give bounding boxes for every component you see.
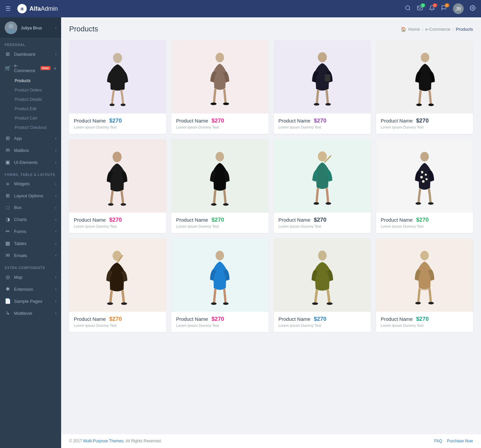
product-desc: Lorem Ipsum Dummy Text bbox=[176, 125, 264, 129]
product-image bbox=[274, 40, 371, 114]
extension-icon: ✱ bbox=[5, 286, 11, 292]
hamburger-button[interactable]: ☰ bbox=[5, 5, 11, 12]
product-desc: Lorem Ipsum Dummy Text bbox=[74, 125, 161, 129]
flag-button[interactable]: 2 bbox=[441, 5, 447, 13]
sidebar-item-layout-options[interactable]: ⊞ Layout Options › bbox=[0, 190, 61, 202]
logo-icon: α bbox=[17, 4, 27, 13]
search-button[interactable] bbox=[405, 5, 411, 13]
box-icon: □ bbox=[5, 205, 11, 210]
footer-faq-link[interactable]: FAQ bbox=[434, 439, 442, 443]
sidebar-item-product-edit[interactable]: Product Edit bbox=[0, 104, 61, 114]
svg-point-8 bbox=[121, 103, 126, 106]
product-card[interactable]: Product Name $270 Lorem Ipsum Dummy Text bbox=[376, 40, 473, 134]
sidebar-item-tables[interactable]: ▦ Tables › bbox=[0, 237, 61, 249]
products-grid: Product Name $270 Lorem Ipsum Dummy Text bbox=[69, 40, 473, 332]
svg-point-16 bbox=[421, 53, 430, 62]
product-price: $270 bbox=[211, 316, 224, 322]
product-card[interactable]: Product Name $270 Lorem Ipsum Dummy Text bbox=[376, 238, 473, 332]
user-panel[interactable]: Juliya Brus › bbox=[0, 17, 61, 38]
svg-point-14 bbox=[314, 103, 319, 106]
sidebar-item-products[interactable]: Products bbox=[0, 76, 61, 85]
sidebar-item-forms[interactable]: ✏ Forms › bbox=[0, 225, 61, 237]
product-card[interactable]: Product Name $270 Lorem Ipsum Dummy Text bbox=[274, 139, 371, 233]
product-card[interactable]: Product Name $270 Lorem Ipsum Dummy Text bbox=[274, 238, 371, 332]
chevron-right-icon: › bbox=[55, 299, 56, 303]
product-card[interactable]: Product Name $270 Lorem Ipsum Dummy Text bbox=[69, 40, 166, 134]
sidebar-item-emails[interactable]: ✉ Emails › bbox=[0, 249, 61, 261]
sidebar-item-ui-elements[interactable]: ▣ UI Elements › bbox=[0, 156, 61, 168]
sidebar-item-label: Sample Pages bbox=[14, 299, 42, 304]
settings-button[interactable] bbox=[470, 5, 476, 13]
layout-icon: ⊞ bbox=[5, 193, 11, 199]
product-name: Product Name bbox=[381, 118, 413, 124]
svg-point-30 bbox=[425, 174, 427, 176]
sidebar-item-label: Map bbox=[14, 275, 22, 280]
footer-purchase-link[interactable]: Purchase Now bbox=[447, 439, 473, 443]
breadcrumb-home[interactable]: Home bbox=[408, 27, 420, 32]
sidebar-item-label: Forms bbox=[14, 229, 26, 234]
sidebar-item-ecommerce[interactable]: 🛒 e-Commerce New ∨ bbox=[0, 60, 61, 76]
product-image bbox=[69, 238, 166, 312]
sidebar-item-map[interactable]: ◎ Map › bbox=[0, 271, 61, 283]
svg-point-3 bbox=[472, 7, 474, 9]
product-card[interactable]: Product Name $270 Lorem Ipsum Dummy Text bbox=[69, 139, 166, 233]
sidebar-item-product-orders[interactable]: Product Orders bbox=[0, 85, 61, 95]
footer-link[interactable]: Multi-Purpose Themes bbox=[83, 439, 124, 443]
svg-point-6 bbox=[113, 53, 122, 63]
chevron-right-icon: › bbox=[55, 136, 56, 140]
product-image bbox=[274, 139, 371, 213]
svg-rect-13 bbox=[325, 74, 330, 81]
sidebar-item-product-cart[interactable]: Product Cart bbox=[0, 114, 61, 123]
breadcrumb: 🏠 Home › e-Commerce › Products bbox=[401, 27, 473, 32]
breadcrumb-parent[interactable]: e-Commerce bbox=[425, 27, 450, 32]
sidebar-item-product-checkout[interactable]: Product Checkout bbox=[0, 123, 61, 132]
chevron-right-icon: › bbox=[55, 52, 56, 56]
sidebar-item-dashboard[interactable]: ⊞ Dashboard › bbox=[0, 48, 61, 60]
product-price: $270 bbox=[109, 118, 122, 124]
sidebar-item-widgets[interactable]: ≡ Widgets › bbox=[0, 178, 61, 190]
product-info: Product Name $270 Lorem Ipsum Dummy Text bbox=[171, 114, 268, 134]
sidebar-item-sample-pages[interactable]: 📄 Sample Pages › bbox=[0, 295, 61, 307]
sidebar-item-box[interactable]: □ Box › bbox=[0, 202, 61, 213]
charts-icon: ◑ bbox=[5, 216, 11, 222]
notifications-button[interactable]: 5 bbox=[429, 5, 435, 13]
sidebar-item-charts[interactable]: ◑ Charts › bbox=[0, 213, 61, 225]
mail-badge: 3 bbox=[421, 3, 425, 7]
product-card[interactable]: Product Name $270 Lorem Ipsum Dummy Text bbox=[274, 40, 371, 134]
sidebar-item-multilevel[interactable]: ↳ Multilevel › bbox=[0, 307, 61, 319]
product-card[interactable]: Product Name $270 Lorem Ipsum Dummy Text bbox=[171, 139, 268, 233]
svg-point-39 bbox=[216, 251, 224, 260]
user-avatar[interactable]: JB bbox=[453, 3, 464, 14]
product-image bbox=[171, 238, 268, 312]
sidebar-item-extension[interactable]: ✱ Extension › bbox=[0, 283, 61, 295]
product-price: $270 bbox=[109, 316, 122, 322]
product-card[interactable]: Product Name $270 Lorem Ipsum Dummy Text bbox=[69, 238, 166, 332]
product-info: Product Name $270 Lorem Ipsum Dummy Text bbox=[274, 114, 371, 134]
product-card[interactable]: Product Name $270 Lorem Ipsum Dummy Text bbox=[376, 139, 473, 233]
tables-icon: ▦ bbox=[5, 240, 11, 246]
sidebar-subitem-label: Products bbox=[15, 78, 30, 83]
sidebar-item-mailbox[interactable]: ✉ Mailbox › bbox=[0, 144, 61, 156]
footer-links: FAQ Purchase Now bbox=[434, 439, 473, 443]
sidebar-item-product-details[interactable]: Product Details bbox=[0, 95, 61, 104]
mail-button[interactable]: 3 bbox=[417, 5, 423, 13]
product-price: $270 bbox=[211, 118, 224, 124]
sidebar-item-label: Extension bbox=[14, 287, 33, 292]
svg-point-47 bbox=[428, 302, 434, 304]
product-desc: Lorem Ipsum Dummy Text bbox=[176, 323, 264, 327]
product-card[interactable]: Product Name $270 Lorem Ipsum Dummy Text bbox=[171, 40, 268, 134]
product-desc: Lorem Ipsum Dummy Text bbox=[279, 125, 366, 129]
product-image bbox=[376, 139, 473, 213]
sidebar-item-label: Charts bbox=[14, 217, 27, 222]
product-card[interactable]: Product Name $270 Lorem Ipsum Dummy Text bbox=[171, 238, 268, 332]
svg-point-21 bbox=[121, 203, 126, 206]
product-info: Product Name $270 Lorem Ipsum Dummy Text bbox=[376, 312, 473, 332]
product-info: Product Name $270 Lorem Ipsum Dummy Text bbox=[69, 213, 166, 233]
sidebar-item-app[interactable]: ⊞ App › bbox=[0, 132, 61, 144]
sidebar-user-chevron: › bbox=[55, 25, 56, 30]
svg-point-34 bbox=[416, 202, 421, 205]
sample-pages-icon: 📄 bbox=[5, 298, 11, 304]
svg-point-25 bbox=[318, 152, 327, 162]
chevron-right-icon: › bbox=[55, 229, 56, 233]
chevron-right-icon: › bbox=[55, 217, 56, 221]
